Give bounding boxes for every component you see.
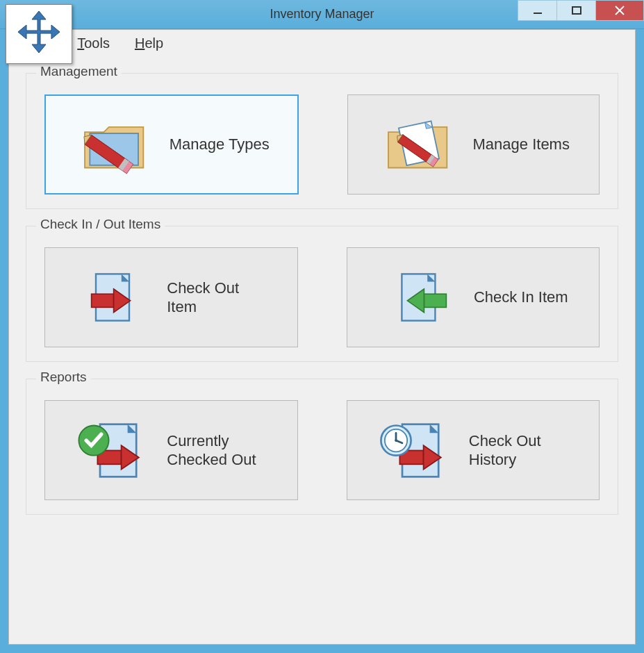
group-management: Management	[26, 73, 618, 209]
window-title: Inventory Manager	[270, 7, 374, 22]
check-in-label: Check In Item	[474, 288, 568, 307]
currently-checked-out-label: Currently Checked Out	[167, 431, 271, 470]
close-button[interactable]	[595, 0, 644, 21]
svg-point-39	[395, 439, 397, 442]
page-arrow-clock-icon	[373, 412, 456, 488]
maximize-button[interactable]	[556, 0, 595, 21]
check-out-label: Check Out Item	[167, 279, 271, 317]
manage-items-button[interactable]: Manage Items	[347, 94, 600, 195]
titlebar: Inventory Manager	[0, 0, 644, 29]
folder-pencil-icon	[74, 106, 157, 183]
svg-marker-6	[18, 11, 60, 53]
client-area: File Tools Help Management	[8, 29, 636, 645]
group-reports-title: Reports	[36, 370, 91, 385]
group-management-title: Management	[36, 64, 122, 79]
menu-tools[interactable]: Tools	[77, 35, 110, 58]
menubar: File Tools Help	[9, 30, 635, 58]
group-checkio: Check In / Out Items Check Out I	[26, 226, 618, 362]
page-arrow-in-icon	[378, 259, 461, 336]
svg-rect-20	[92, 294, 114, 307]
svg-rect-3	[572, 7, 581, 14]
group-checkio-title: Check In / Out Items	[36, 217, 165, 232]
manage-types-button[interactable]: Manage Types	[44, 94, 299, 195]
check-in-button[interactable]: Check In Item	[347, 247, 600, 347]
manage-types-label: Manage Types	[170, 135, 270, 154]
currently-checked-out-button[interactable]: Currently Checked Out	[44, 400, 298, 500]
check-out-button[interactable]: Check Out Item	[44, 247, 298, 347]
page-arrow-out-icon	[71, 259, 154, 336]
group-reports: Reports	[26, 379, 618, 515]
check-out-history-button[interactable]: Check Out History	[347, 400, 600, 500]
move-cursor-icon	[6, 4, 72, 64]
folder-page-pencil-icon	[377, 106, 461, 183]
svg-rect-24	[424, 294, 446, 307]
menu-help[interactable]: Help	[135, 35, 163, 58]
minimize-button[interactable]	[518, 0, 556, 21]
manage-items-label: Manage Items	[473, 135, 570, 154]
page-arrow-check-icon	[71, 412, 154, 488]
check-out-history-label: Check Out History	[469, 431, 573, 470]
